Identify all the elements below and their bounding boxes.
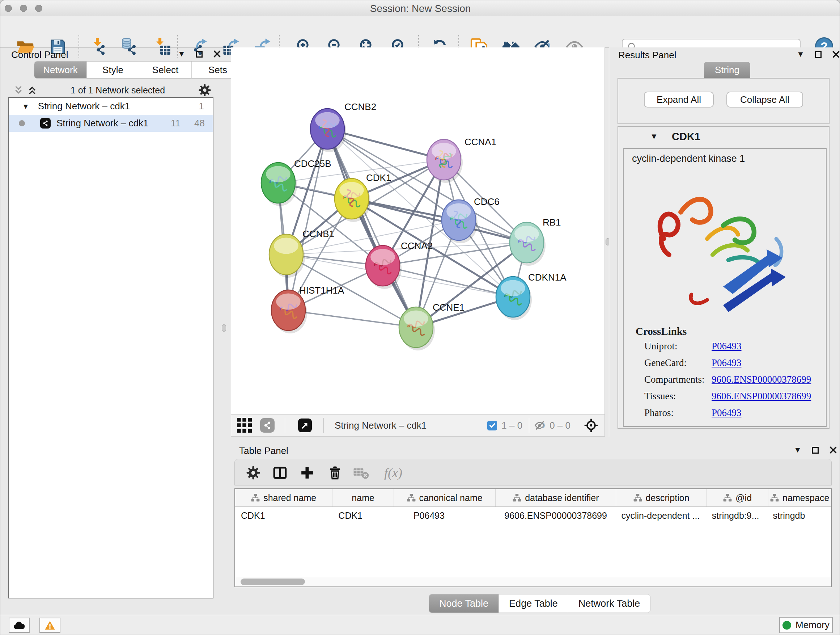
network-view-footer: String Network – cdk1 1 – 0 0 – 0 [231, 414, 605, 437]
main-toolbar: ? [0, 16, 840, 48]
network-node-rb1[interactable]: RB1 [510, 217, 561, 266]
collection-expand-icon[interactable]: ▼ [22, 103, 29, 110]
results-panel-collapse-icon[interactable]: ▼ [797, 50, 805, 58]
network-node-cdkn1a[interactable]: CDKN1A [496, 272, 567, 320]
cell-database-identifier[interactable]: 9606.ENSP00000378699 [496, 510, 616, 521]
network-options-gear-icon[interactable] [198, 84, 211, 97]
gene-details-box: cyclin-dependent kinase 1 [623, 148, 827, 427]
cloud-icon [13, 621, 25, 630]
tab-network[interactable]: Network [34, 62, 87, 78]
network-selection-status: 1 of 1 Network selected [37, 85, 198, 96]
results-panel-float-button[interactable] [815, 51, 821, 58]
table-panel-float-button[interactable] [812, 447, 819, 454]
network-status-dot [19, 120, 25, 126]
column-header-description[interactable]: description [616, 489, 706, 507]
pharos-link[interactable]: P06493 [712, 407, 742, 418]
memory-button[interactable]: Memory [779, 617, 833, 633]
scrollbar-thumb[interactable] [240, 578, 305, 585]
control-panel-tabs: Network Style Select Sets [34, 61, 244, 79]
collection-label: String Network – cdk1 [38, 101, 130, 112]
table-settings-gear-icon[interactable] [245, 464, 262, 481]
column-header-canonical-name[interactable]: canonical name [394, 489, 496, 507]
table-horizontal-scrollbar[interactable] [235, 577, 831, 586]
compartments-link[interactable]: 9606.ENSP00000378699 [712, 374, 811, 385]
footer-network-title: String Network – cdk1 [335, 420, 426, 431]
cloud-status-button[interactable] [9, 618, 30, 633]
expand-all-button[interactable]: Expand All [644, 92, 714, 108]
collapse-all-button[interactable]: Collapse All [726, 92, 803, 108]
grid-view-icon[interactable] [237, 418, 252, 433]
tab-network-table[interactable]: Network Table [568, 594, 651, 613]
control-panel-float-button[interactable] [196, 51, 202, 57]
column-header-id[interactable]: @id [707, 489, 769, 507]
network-row-selected[interactable]: String Network – cdk1 11 48 [9, 115, 213, 132]
node-label-hist1h1a: HIST1H1A [299, 285, 344, 296]
uniprot-link[interactable]: P06493 [712, 340, 742, 352]
function-builder-icon: f(x) [379, 464, 408, 481]
table-panel: Table Panel ▼ f(x) shared name name [232, 437, 834, 615]
control-panel-close-icon[interactable] [213, 50, 221, 58]
tab-select[interactable]: Select [139, 62, 192, 78]
delete-column-trash-icon[interactable] [327, 464, 343, 481]
results-panel-title: Results Panel [618, 50, 676, 61]
fit-selection-crosshair-icon[interactable] [584, 418, 599, 433]
column-header-database-identifier[interactable]: database identifier [496, 489, 616, 507]
application-window: Session: New Session [0, 0, 840, 635]
network-node-ccnb1[interactable]: CCNB1 [269, 228, 334, 278]
shared-column-icon [251, 494, 260, 502]
cell-canonical-name[interactable]: P06493 [394, 510, 496, 521]
network-graph[interactable]: CCNB2CCNA1CDC25BCDK1CDC6RB1CCNB1CCNA2CDK… [231, 48, 605, 414]
results-gene-section: ▼ CDK1 cyclin-dependent kinase 1 [617, 126, 829, 429]
protein-structure-image [644, 175, 803, 320]
results-panel-close-icon[interactable] [832, 50, 840, 59]
shared-column-icon [770, 494, 779, 502]
tab-string[interactable]: String [704, 62, 750, 78]
table-row[interactable]: CDK1 CDK1 P06493 9606.ENSP00000378699 cy… [235, 507, 831, 524]
show-columns-icon[interactable] [272, 464, 288, 481]
delete-table-icon [353, 464, 369, 481]
left-splitter-handle[interactable] [222, 325, 226, 332]
control-panel: Control Panel ▼ Network Style Select Set… [6, 48, 217, 613]
network-node-cdc25b[interactable]: CDC25B [261, 158, 332, 206]
table-panel-collapse-icon[interactable]: ▼ [794, 446, 802, 454]
node-label-cdk1: CDK1 [366, 172, 391, 183]
network-node-cdc6[interactable]: CDC6 [442, 196, 500, 243]
cell-name[interactable]: CDK1 [332, 510, 394, 521]
node-label-ccnb2: CCNB2 [344, 101, 376, 112]
genecard-link[interactable]: P06493 [712, 357, 742, 369]
create-column-icon[interactable] [299, 464, 316, 481]
tab-node-table[interactable]: Node Table [429, 594, 499, 613]
selected-checkbox-icon[interactable] [487, 421, 497, 431]
expand-all-networks-icon[interactable] [27, 85, 37, 95]
network-collection-row[interactable]: ▼ String Network – cdk1 1 [9, 98, 213, 115]
cell-shared-name[interactable]: CDK1 [235, 510, 332, 521]
network-node-ccnb2[interactable]: CCNB2 [310, 101, 376, 152]
network-type-icon [40, 118, 51, 128]
hidden-eye-icon[interactable] [534, 420, 546, 431]
column-header-name[interactable]: name [332, 489, 394, 507]
column-header-namespace[interactable]: namespace [768, 489, 831, 507]
open-in-window-icon[interactable] [298, 418, 312, 432]
column-header-shared-name[interactable]: shared name [235, 489, 332, 507]
cell-description[interactable]: cyclin-dependent ... [616, 510, 706, 521]
cell-id[interactable]: stringdb:9... [707, 510, 769, 521]
tab-edge-table[interactable]: Edge Table [499, 594, 568, 613]
network-view-canvas[interactable]: CCNB2CCNA1CDC25BCDK1CDC6RB1CCNB1CCNA2CDK… [231, 48, 605, 414]
tab-style[interactable]: Style [87, 62, 139, 78]
warnings-button[interactable] [39, 618, 60, 633]
cell-namespace[interactable]: stringdb [768, 510, 831, 521]
network-node-ccna1[interactable]: CCNA1 [427, 136, 496, 183]
shared-column-icon [407, 494, 416, 502]
collapse-all-networks-icon[interactable] [13, 85, 24, 95]
footer-separator [285, 418, 285, 433]
control-panel-collapse-icon[interactable]: ▼ [178, 50, 186, 58]
network-badge-icon[interactable] [260, 418, 275, 432]
gene-collapse-icon[interactable]: ▼ [650, 133, 658, 141]
table-panel-close-icon[interactable] [829, 446, 837, 454]
network-node-ccne1[interactable]: CCNE1 [399, 302, 464, 350]
hidden-node-edge-counts: 0 – 0 [549, 420, 570, 431]
tissues-link[interactable]: 9606.ENSP00000378699 [712, 391, 811, 402]
node-table[interactable]: shared name name canonical name database… [234, 488, 832, 587]
network-node-hist1h1a[interactable]: HIST1H1A [271, 285, 344, 333]
results-buttons-box: Expand All Collapse All [617, 78, 829, 124]
